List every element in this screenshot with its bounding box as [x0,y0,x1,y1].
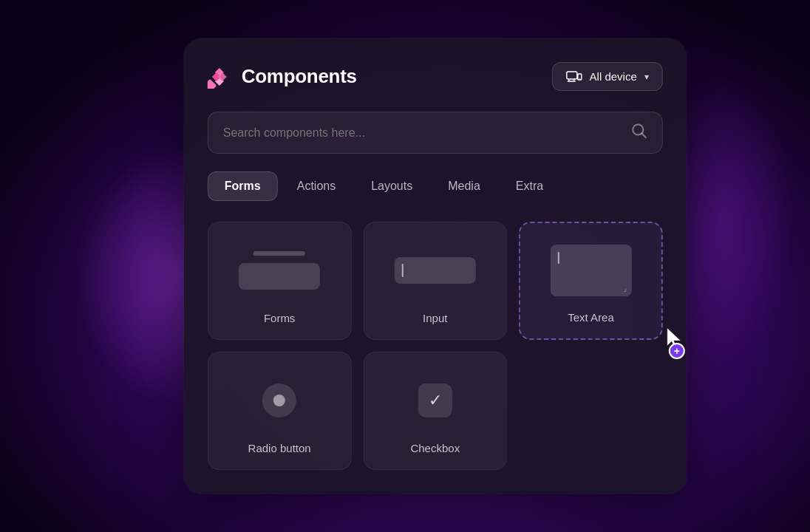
check-icon: ✓ [429,391,442,410]
cursor-plus-indicator: + [664,327,685,352]
grid-item-forms[interactable]: Forms [208,222,352,340]
radio-preview [223,367,336,433]
textarea-cursor [557,252,559,264]
tab-extra[interactable]: Extra [500,172,559,200]
components-grid: Forms Input ⌟ Text Area [208,222,663,470]
logo-title: Components [208,65,357,89]
grid-item-textarea[interactable]: ⌟ Text Area + [519,222,663,340]
add-badge: + [669,343,685,359]
tab-media[interactable]: Media [432,172,497,200]
tab-forms[interactable]: Forms [208,171,278,201]
device-label: All device [590,70,637,83]
search-input[interactable] [223,126,622,140]
panel-header: Components All device ▾ [208,62,663,91]
resize-icon: ⌟ [623,284,627,293]
checkbox-label: Checkbox [410,442,460,454]
form-input-box [239,263,320,290]
svg-rect-0 [208,78,217,88]
device-dropdown[interactable]: All device ▾ [552,62,663,91]
tab-actions[interactable]: Actions [281,172,352,200]
svg-rect-1 [567,72,577,79]
input-label: Input [423,312,447,324]
input-cursor [402,264,404,277]
checkbox-preview: ✓ [378,367,491,433]
panel-title: Components [242,65,357,88]
form-label-line [253,251,305,256]
grid-item-checkbox[interactable]: ✓ Checkbox [363,352,507,470]
tab-layouts[interactable]: Layouts [355,172,429,200]
chevron-down-icon: ▾ [644,72,649,82]
textarea-preview: ⌟ [535,238,647,302]
device-icon [566,71,582,83]
input-preview [378,237,491,303]
textarea-label: Text Area [568,311,614,324]
search-bar [208,112,663,154]
forms-preview [223,237,336,303]
components-panel: Components All device ▾ [184,38,687,494]
forms-label: Forms [264,312,296,324]
svg-line-8 [641,134,646,138]
logo-icon [208,65,231,89]
search-icon[interactable] [631,123,647,143]
grid-item-radio[interactable]: Radio button [208,352,352,470]
grid-item-input[interactable]: Input [363,222,507,340]
tabs-bar: Forms Actions Layouts Media Extra [208,171,663,201]
radio-label: Radio button [248,442,311,454]
